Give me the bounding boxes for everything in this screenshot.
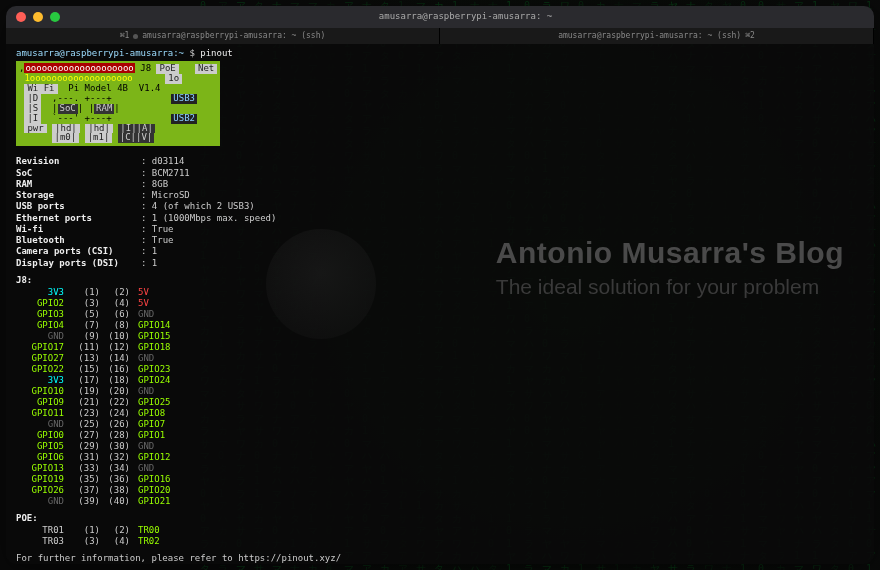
command-text: pinout [200,48,233,58]
pin-row: GPIO19(35)(36)GPIO16 [16,474,864,485]
pin-row: GPIO11(23)(24)GPIO8 [16,408,864,419]
close-icon[interactable] [16,12,26,22]
pi-board-diagram: ,oooooooooooooooooooo J8 PoE Net 1oooooo… [16,61,220,146]
prompt-line: amusarra@raspberrypi-amusarra:~ $ pinout [16,48,864,59]
pin-row: GPIO0(27)(28)GPIO1 [16,430,864,441]
pin-row: GND(9)(10)GPIO15 [16,331,864,342]
pin-row: GPIO22(15)(16)GPIO23 [16,364,864,375]
pin-row: GPIO27(13)(14)GND [16,353,864,364]
terminal-window: amusarra@raspberrypi-amusarra: ~ ⌘1 amus… [6,6,874,564]
pin-row: GPIO3(5)(6)GND [16,309,864,320]
window-titlebar[interactable]: amusarra@raspberrypi-amusarra: ~ [6,6,874,28]
info-row: Revision: d03114 [16,156,864,167]
info-row: SoC: BCM2711 [16,168,864,179]
avatar [266,229,376,339]
terminal-body[interactable]: Antonio Musarra's Blog The ideal solutio… [6,44,874,564]
pin-row: GPIO10(19)(20)GND [16,386,864,397]
info-row: USB ports: 4 (of which 2 USB3) [16,201,864,212]
pin-row: GPIO9(21)(22)GPIO25 [16,397,864,408]
pin-row: GPIO17(11)(12)GPIO18 [16,342,864,353]
pin-row: GPIO4(7)(8)GPIO14 [16,320,864,331]
maximize-icon[interactable] [50,12,60,22]
pin-row: GPIO5(29)(30)GND [16,441,864,452]
pin-row: GPIO2(3)(4)5V [16,298,864,309]
info-row: Storage: MicroSD [16,190,864,201]
pin-row: TR01(1)(2)TR00 [16,525,864,536]
pin-row: GPIO6(31)(32)GPIO12 [16,452,864,463]
j8-header: J8: [16,275,864,286]
footer-info: For further information, please refer to… [16,553,864,564]
info-row: Wi-fi: True [16,224,864,235]
info-row: Ethernet ports: 1 (1000Mbps max. speed) [16,213,864,224]
status-dot-icon [133,34,138,39]
gpio-pin-table: 3V3(1)(2)5VGPIO2(3)(4)5VGPIO3(5)(6)GNDGP… [16,287,864,507]
pin-row: GND(39)(40)GPIO21 [16,496,864,507]
pin-row: GPIO26(37)(38)GPIO20 [16,485,864,496]
minimize-icon[interactable] [33,12,43,22]
poe-pin-table: TR01(1)(2)TR00TR03(3)(4)TR02 [16,525,864,547]
system-info-table: Revision: d03114SoC: BCM2711RAM: 8GBStor… [16,156,864,269]
pin-row: 3V3(1)(2)5V [16,287,864,298]
info-row: Camera ports (CSI): 1 [16,246,864,257]
pin-row: GPIO13(33)(34)GND [16,463,864,474]
tab-bar: ⌘1 amusarra@raspberrypi-amusarra: ~ (ssh… [6,28,874,44]
poe-header: POE: [16,513,864,524]
pin-row: 3V3(17)(18)GPIO24 [16,375,864,386]
info-row: Display ports (DSI): 1 [16,258,864,269]
terminal-tab-1[interactable]: ⌘1 amusarra@raspberrypi-amusarra: ~ (ssh… [6,28,440,44]
info-row: RAM: 8GB [16,179,864,190]
terminal-tab-2[interactable]: amusarra@raspberrypi-amusarra: ~ (ssh) ⌘… [440,28,874,44]
pin-row: TR03(3)(4)TR02 [16,536,864,547]
pin-row: GND(25)(26)GPIO7 [16,419,864,430]
info-row: Bluetooth: True [16,235,864,246]
window-title: amusarra@raspberrypi-amusarra: ~ [67,11,864,22]
